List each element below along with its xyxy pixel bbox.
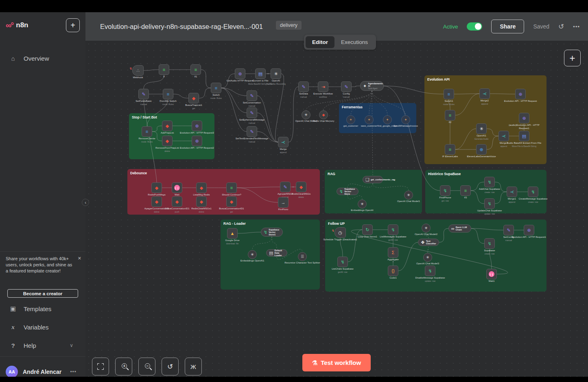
node-openai1[interactable]: ✳OpenAI1Generate Audio: [476, 123, 487, 134]
workflow-title[interactable]: Evolution-api-delivery-n8n-supabase-rag-…: [100, 12, 263, 41]
node-addtraplist[interactable]: ◆AddTrapListpush: [162, 121, 173, 131]
node-frommeswitch[interactable]: ≡FromMe Switchmode: Rules: [163, 89, 173, 99]
node-supavector[interactable]: ↯Supabase Vector Store: [337, 188, 358, 195]
node-apagarconvid[interactable]: ◆ApagarConversationIDdelete: [151, 196, 162, 207]
node-setfieldsbasic[interactable]: ✎SetFieldsBasicmanual: [138, 89, 149, 99]
node-gdrive[interactable]: ▲Google Drivedownload: file: [227, 228, 238, 239]
node-evohttp3[interactable]: ⊕Evolution API - HTTP Request3: [192, 121, 202, 131]
zoom-to-fit-button[interactable]: [92, 358, 109, 375]
node-textclassifier[interactable]: ❖Text Classifier: [418, 239, 439, 246]
node-embeddingsopenai[interactable]: ✳Embeddings OpenAI: [358, 200, 367, 209]
node-merge2[interactable]: YMerge2append: [479, 88, 490, 99]
node-getconhecimento[interactable]: ❏get_conhecimento_rag: [363, 176, 383, 183]
add-node-button[interactable]: +: [564, 50, 581, 66]
node-createmsg[interactable]: ↯CreateMessage Supabasecreate: row: [528, 187, 538, 197]
node-listamsgredis[interactable]: ◆ListaMsg Redisget: [196, 182, 207, 193]
node-code1[interactable]: {}Code1: [388, 266, 398, 276]
tab-editor[interactable]: Editor: [306, 36, 334, 48]
node-settextext[interactable]: ✎SetTextExtendedTextMessagemanual: [247, 126, 257, 137]
test-workflow-button[interactable]: ⚗ Test workflow: [302, 354, 371, 371]
sidebar-item-help[interactable]: ? Help ∨: [0, 338, 85, 352]
node-setephemeral[interactable]: ✎SetEphemeralMessagemanual: [247, 108, 257, 118]
node-evohttp[interactable]: ⊕Evolution API - HTTP Request: [515, 89, 526, 99]
share-button[interactable]: Share: [491, 20, 524, 33]
tidy-up-button[interactable]: Ж: [185, 358, 202, 375]
node-listchats[interactable]: ↯ListChats SupabasegetAll: row: [337, 257, 348, 267]
become-creator-button[interactable]: Become a creator: [7, 289, 78, 298]
node-if2[interactable]: ≡If2: [445, 110, 455, 121]
node-openaichat1[interactable]: ✳OpenAI Chat Model1: [404, 191, 413, 200]
node-elevenlabs[interactable]: ⊕ElevenLabsGenerateVoice: [476, 144, 487, 155]
node-setconversation[interactable]: ✎SetConversationmanual: [247, 90, 257, 101]
node-if1[interactable]: ≡If1: [190, 64, 201, 75]
node-merge3[interactable]: YMerge3append: [498, 131, 509, 141]
node-get_customer[interactable]: ✦get_customer: [346, 115, 355, 124]
node-ifelevenlabs[interactable]: ≡IF ElevenLabs: [445, 144, 455, 155]
node-embeddingsopenai1[interactable]: ✳Embeddings OpenAI1: [248, 250, 257, 259]
node-removefromtrap[interactable]: ◆RemoveFromTrapListdelete: [162, 136, 173, 146]
node-wait1[interactable]: ❙❙Wait1: [486, 269, 497, 279]
node-supavector1[interactable]: ↯Supabase Vector Store1: [261, 228, 283, 237]
node-openaichat0[interactable]: ✳OpenAI Chat Model: [302, 110, 310, 119]
node-openai0[interactable]: ✳OpenAITranscribe Recording: [271, 68, 281, 79]
node-execwf[interactable]: ⇥Execute Workflowworkflow: [318, 81, 328, 92]
sidebar-item-templates[interactable]: ▣ Templates: [0, 302, 85, 316]
node-openaichat2[interactable]: ✳OpenAI Chat Model2: [422, 224, 431, 233]
node-if0[interactable]: ≡If: [159, 64, 169, 75]
node-removecliente[interactable]: ≡RemoveClientemode: Rules: [142, 126, 152, 137]
node-disablemsg[interactable]: ↯DisableMessage Supabaseupdate: row: [425, 266, 435, 276]
history-icon[interactable]: ↺: [558, 22, 564, 31]
node-webhook[interactable]: ↯∴Webhook: [132, 65, 144, 76]
node-setdata[interactable]: ✎SetDatamanual: [298, 81, 309, 92]
node-buscatraplist1[interactable]: ◆BuscaTrapList1get: [188, 93, 199, 103]
node-save_customer[interactable]: ✦save_customer: [365, 115, 374, 124]
node-merge1[interactable]: YMerge1append: [507, 187, 517, 197]
node-loopover[interactable]: ↻Loop Over Items1: [362, 224, 373, 235]
collapse-sidebar-icon[interactable]: ‹: [82, 199, 89, 206]
node-redisclearmsgs[interactable]: ◆RedisClearMSGsdelete: [296, 182, 306, 192]
workflow-tag[interactable]: delivery: [276, 21, 302, 30]
node-redispushmsgs[interactable]: ◆RedisPushMsgspush: [151, 182, 162, 193]
node-findphone[interactable]: ↯FindPhoneget: row: [440, 185, 450, 196]
node-openaichat3[interactable]: ✳OpenAI Chat Model3: [423, 253, 432, 262]
workflow-canvas[interactable]: Stop / Start BotDebounceRAGHistórico Sup…: [85, 41, 588, 377]
node-llmchain[interactable]: ∞Basic LLM Chain: [448, 224, 471, 233]
reset-zoom-button[interactable]: ↺: [162, 358, 179, 375]
node-setconfig[interactable]: ✎SetConfigmanual: [503, 225, 514, 235]
close-icon[interactable]: ✕: [78, 256, 81, 261]
node-sendwhatsinvoice[interactable]: ✦SendWhatsappInvoice: [401, 115, 410, 124]
node-updatechat[interactable]: ↯UpdateChat Supabaseupdate: row: [484, 198, 495, 209]
node-evohttp2[interactable]: ⊕Evolution API - HTTP Request2: [192, 136, 202, 146]
node-find_google_maps[interactable]: ✦find_google_maps: [383, 115, 392, 124]
node-getaudio[interactable]: ⊕GetAudio HTTP Request: [235, 68, 245, 79]
zoom-in-button[interactable]: +: [115, 358, 132, 375]
node-defaultloader[interactable]: ▤Default Data Loader: [266, 249, 287, 257]
node-if3[interactable]: ≡If3: [460, 185, 471, 196]
node-fimfluxo[interactable]: →FimFluxo: [278, 197, 289, 208]
node-schedtrigger[interactable]: ↯◷Schedule Trigger (Deactivated): [334, 227, 346, 238]
node-addchat[interactable]: ↯AddChat Supabasecreate: row: [484, 177, 495, 187]
node-switch1[interactable]: ≡Switch1mode: Rules: [444, 89, 454, 99]
node-config[interactable]: ✎Configmanual: [341, 81, 352, 92]
node-redisclearmsgs1[interactable]: ◆RedisClearMSGs1delete: [196, 196, 207, 207]
node-switch0[interactable]: ≡Switchmode: Rules: [211, 83, 221, 93]
node-textsplitter[interactable]: ☰Recursive Character Text Splitter: [298, 252, 307, 261]
more-options-icon[interactable]: •••: [573, 24, 580, 30]
zoom-out-button[interactable]: −: [138, 358, 155, 375]
sidebar-item-overview[interactable]: ⌂ Overview: [0, 51, 85, 65]
node-aggregate[interactable]: ΣAggregate: [388, 247, 398, 258]
node-supabase0[interactable]: ↯Supabasecreate: row: [484, 238, 495, 249]
node-evohttp1f[interactable]: ⊕Evolution API - HTTP Request1: [524, 225, 534, 235]
sidebar-item-variables[interactable]: x Variables: [0, 320, 85, 334]
node-shouldcontinue[interactable]: ≡Should Continue?: [226, 182, 237, 193]
node-gravaconvid1[interactable]: ◆GravaConversationID1push: [172, 196, 182, 207]
node-audioevohttp1[interactable]: ⊕(audio)Evolution API - HTTP Request1: [519, 113, 529, 123]
node-redismem[interactable]: ◆Redis Chat Memory: [319, 110, 328, 119]
user-options-icon[interactable]: •••: [70, 369, 77, 375]
node-merge0[interactable]: YMergeappend: [278, 137, 289, 147]
node-wait0[interactable]: ❙❙Wait: [172, 182, 182, 193]
node-agent[interactable]: ✦Agendamento AITools Agent: [360, 81, 384, 91]
new-workflow-button[interactable]: +: [66, 18, 80, 32]
node-audiob64[interactable]: ▤Audio Base64 Extract From FileMove File…: [519, 131, 529, 141]
tab-executions[interactable]: Executions: [334, 36, 374, 48]
